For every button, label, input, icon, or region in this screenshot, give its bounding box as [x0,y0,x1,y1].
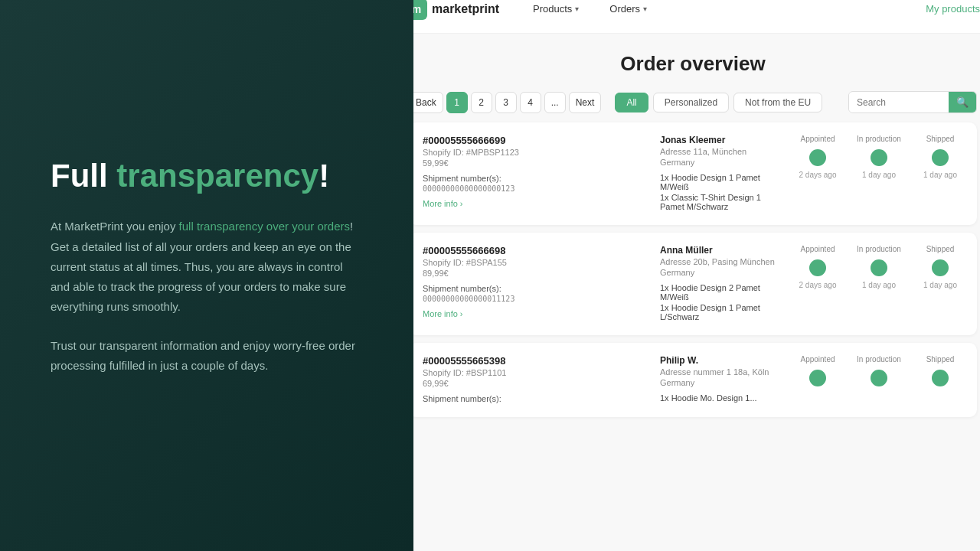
status-dot-inprod-3 [871,370,887,386]
status-dot-shipped-2 [932,259,949,276]
search-input[interactable] [849,93,949,112]
tablet-wrapper: m marketprint Products ▾ Orders ▾ My pro… [413,0,980,551]
order-customer-1: Jonas Kleemer Adresse 11a, München Germa… [660,135,782,213]
status-time-shipped-2: 1 day ago [923,281,957,289]
order-main-1: #00005555666699 Shopify ID: #MPBSP1123 5… [423,135,648,208]
pagination-page-4[interactable]: 4 [520,92,541,113]
more-info-arrow-icon-1: › [460,199,463,208]
status-label-shipped-3: Shipped [926,355,955,364]
order-item-2b: 1x Hoodie Design 1 Pamet L/Schwarz [660,303,782,321]
order-shopify-3: Shopify ID: #BSP1101 [423,368,648,377]
status-label-shipped-2: Shipped [926,245,955,253]
status-dot-appointed-2 [809,259,826,276]
pagination-page-2[interactable]: 2 [471,92,492,113]
customer-name-2: Anna Müller [660,245,782,256]
tablet-frame: m marketprint Products ▾ Orders ▾ My pro… [413,0,980,551]
headline-highlight: transparency [116,158,318,194]
order-price-1: 59,99€ [423,158,648,168]
headline: Full transparency! [51,157,363,195]
pagination-page-3[interactable]: 3 [495,92,517,113]
customer-name-1: Jonas Kleemer [660,135,782,145]
status-inprod-2: In production 1 day ago [856,245,902,289]
logo-icon: m [413,0,427,20]
customer-address-2: Adresse 20b, Pasing München [660,257,782,266]
status-time-appointed-2: 2 days ago [799,281,837,289]
order-item-1b: 1x Classic T-Shirt Design 1 Pamet M/Schw… [660,193,782,211]
status-label-shipped-1: Shipped [926,135,955,143]
pagination: Back 1 2 3 4 ... Next [413,92,601,113]
filter-personalized[interactable]: Personalized [653,93,729,112]
status-appointed-2: Appointed 2 days ago [795,245,841,289]
order-price-3: 69,99€ [423,379,648,388]
order-item-2a: 1x Hoodie Design 2 Pamet M/Weiß [660,283,782,302]
status-inprod-1: In production 1 day ago [856,135,902,179]
pagination-back[interactable]: Back [413,92,443,113]
status-label-inprod-1: In production [857,135,901,143]
more-info-1[interactable]: More info › [423,199,648,208]
app-content: m marketprint Products ▾ Orders ▾ My pro… [413,0,980,551]
order-id-1: #00005555666699 [423,135,648,146]
green-link: full transparency over your orders [179,220,350,233]
order-customer-3: Philip W. Adresse nummer 1 18a, Köln Ger… [660,355,782,404]
products-chevron-icon: ▾ [575,5,579,13]
status-dot-inprod-1 [871,149,887,166]
paragraph2: Trust our transparent information and en… [51,336,363,377]
pagination-page-1[interactable]: 1 [446,92,468,113]
status-inprod-3: In production [856,355,902,388]
order-items-2: 1x Hoodie Design 2 Pamet M/Weiß 1x Hoodi… [660,283,782,321]
status-dot-shipped-1 [932,149,949,166]
my-products-link[interactable]: My products [926,3,980,15]
order-shipment-num-1: 00000000000000000123 [423,184,648,193]
headline-plain: Full [51,158,116,194]
order-price-2: 89,99€ [423,269,648,278]
customer-address-3: Adresse nummer 1 18a, Köln [660,367,782,377]
right-panel: m marketprint Products ▾ Orders ▾ My pro… [413,0,980,551]
order-status-3: Appointed In production Shipped [795,355,963,388]
status-dot-inprod-2 [871,259,887,276]
page-title: Order overview [413,52,977,76]
status-appointed-3: Appointed [795,355,841,388]
order-status-1: Appointed 2 days ago In production 1 day… [795,135,963,179]
orders-nav-item[interactable]: Orders ▾ [603,0,653,18]
more-info-arrow-icon-2: › [460,309,463,318]
pagination-ellipsis: ... [544,92,566,113]
status-label-inprod-3: In production [857,355,901,364]
filter-all[interactable]: All [615,93,648,112]
order-items-1: 1x Hoodie Design 1 Pamet M/Weiß 1x Class… [660,173,782,211]
order-shopify-2: Shopify ID: #BSPA155 [423,258,648,267]
order-item-1a: 1x Hoodie Design 1 Pamet M/Weiß [660,173,782,191]
order-id-3: #00005555665398 [423,355,648,367]
status-dot-appointed-3 [809,370,826,386]
app-nav: m marketprint Products ▾ Orders ▾ My pro… [413,0,980,34]
customer-country-2: Germany [660,268,782,277]
search-box: 🔍 [848,91,977,113]
order-card-2: #00005555666698 Shopify ID: #BSPA155 89,… [413,233,977,335]
pagination-next[interactable]: Next [569,92,602,113]
status-time-shipped-1: 1 day ago [923,171,957,179]
order-shipment-label-2: Shipment number(s): [423,284,648,293]
logo-area: m marketprint [413,0,499,20]
customer-address-1: Adresse 11a, München [660,147,782,156]
orders-label: Orders [609,3,640,15]
order-shipment-num-2: 00000000000000011123 [423,295,648,303]
orders-chevron-icon: ▾ [643,5,647,13]
status-dot-shipped-3 [932,370,949,386]
page-body: Order overview Back 1 2 3 4 ... Next [413,34,980,551]
status-shipped-2: Shipped 1 day ago [917,245,963,289]
products-nav-item[interactable]: Products ▾ [527,0,585,18]
more-info-2[interactable]: More info › [423,309,648,318]
status-time-inprod-2: 1 day ago [862,281,896,289]
status-dot-appointed-1 [809,149,826,166]
search-button[interactable]: 🔍 [949,92,976,112]
logo-letter: m [413,3,421,15]
order-main-2: #00005555666698 Shopify ID: #BSPA155 89,… [423,245,648,318]
status-label-appointed-2: Appointed [800,245,835,253]
order-main-3: #00005555665398 Shopify ID: #BSP1101 69,… [423,355,648,405]
order-id-2: #00005555666698 [423,245,648,256]
orders-list: #00005555666699 Shopify ID: #MPBSP1123 5… [413,122,977,417]
paragraph1: At MarketPrint you enjoy full transparen… [51,217,363,317]
order-shopify-1: Shopify ID: #MPBSP1123 [423,148,648,157]
order-items-3: 1x Hoodie Mo. Design 1... [660,393,782,403]
order-shipment-label-3: Shipment number(s): [423,394,648,403]
filter-not-from-eu[interactable]: Not from the EU [733,93,822,112]
